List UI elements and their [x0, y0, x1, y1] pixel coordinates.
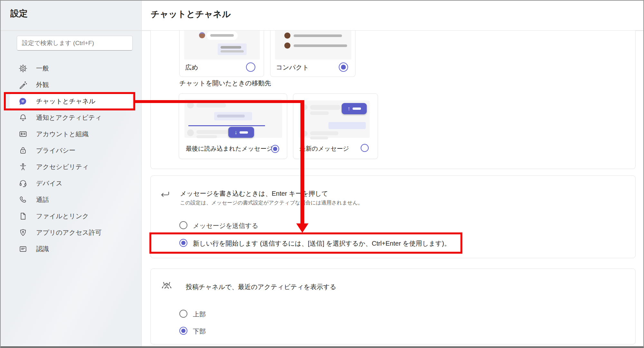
headset-icon — [18, 179, 27, 188]
accessibility-icon — [18, 163, 27, 172]
sidebar-item-app-permissions[interactable]: アプリのアクセス許可 — [10, 225, 132, 240]
sidebar-item-label: 通知とアクティビティ — [36, 113, 102, 122]
newest-label: 最新のメッセージ — [299, 145, 349, 153]
page-title: チャットとチャネル — [151, 8, 231, 20]
document-icon — [18, 212, 27, 221]
shield-icon — [18, 228, 27, 237]
sidebar-item-label: 通話 — [36, 195, 49, 204]
sidebar-item-label: 外観 — [36, 80, 49, 89]
new-line-label: 新しい行を開始します (送信するには、[送信] を選択するか、Ctrl+Ente… — [193, 239, 450, 248]
window-bottom-edge — [1, 346, 644, 348]
settings-search-input[interactable]: 設定で検索します (Ctrl+F) — [17, 36, 133, 51]
density-compact-label: コンパクト — [276, 63, 309, 72]
sidebar-item-notifications[interactable]: 通知とアクティビティ — [10, 110, 132, 125]
bottom-position-radio[interactable] — [179, 327, 187, 335]
top-position-label: 上部 — [193, 310, 206, 319]
sidebar-divider — [141, 1, 142, 348]
gear-icon — [18, 64, 27, 73]
sidebar-item-label: アクセシビリティ — [36, 163, 89, 171]
sidebar-item-accounts-orgs[interactable]: アカウントと組織 — [10, 127, 132, 141]
density-comfy-radio[interactable] — [246, 62, 255, 72]
sidebar-item-label: ファイルとリンク — [36, 212, 89, 221]
sidebar-item-label: 一般 — [36, 64, 49, 73]
enter-section-title: メッセージを書き込むときは、Enter キーを押して — [180, 189, 328, 198]
bell-icon — [18, 113, 27, 122]
sidebar-item-privacy[interactable]: プライバシー — [10, 143, 132, 158]
newest-radio[interactable] — [361, 144, 369, 152]
last-read-radio[interactable] — [271, 145, 279, 153]
density-comfy-preview — [184, 31, 260, 60]
bottom-position-label: 下部 — [193, 327, 206, 336]
sidebar-item-label: デバイス — [36, 179, 62, 188]
last-read-label: 最後に読み込まれたメッセージ — [186, 145, 273, 153]
return-key-icon — [160, 190, 170, 201]
sidebar-item-label: アカウントと組織 — [36, 130, 89, 138]
chat-open-target-label: チャットを開いたときの移動先 — [179, 79, 271, 88]
search-placeholder: 設定で検索します (Ctrl+F) — [17, 39, 94, 47]
send-message-label: メッセージを送信する — [193, 221, 258, 230]
density-card-comfy[interactable]: 広め — [179, 31, 264, 77]
density-card-compact[interactable]: コンパクト — [270, 31, 355, 77]
id-card-icon — [18, 130, 27, 139]
sidebar-item-appearance[interactable]: 外観 — [10, 78, 132, 92]
sidebar-item-files-links[interactable]: ファイルとリンク — [10, 209, 132, 223]
sidebar-item-label: アプリのアクセス許可 — [36, 228, 102, 237]
wand-icon — [18, 80, 27, 89]
note-icon — [18, 245, 27, 254]
new-line-radio[interactable] — [179, 239, 187, 247]
top-position-radio[interactable] — [179, 310, 187, 318]
send-message-radio[interactable] — [179, 221, 187, 229]
settings-sidebar: 設定 設定で検索します (Ctrl+F) 一般 外観 チャットとチャネル — [1, 1, 141, 348]
phone-icon — [18, 195, 27, 204]
sidebar-item-chat-channels[interactable]: チャットとチャネル — [10, 94, 132, 108]
sidebar-item-accessibility[interactable]: アクセシビリティ — [10, 160, 132, 174]
sidebar-item-label: チャットとチャネル — [36, 97, 95, 106]
density-compact-preview — [275, 31, 351, 60]
settings-title: 設定 — [10, 8, 28, 19]
scroll-down-button-graphic: ↓ — [228, 127, 254, 138]
down-arrow-icon: ↓ — [234, 130, 237, 135]
sidebar-item-general[interactable]: 一般 — [10, 61, 132, 76]
newest-preview: ↑ — [299, 100, 370, 138]
channel-section-title: 投稿チャネルで、最近のアクティビティを表示する — [186, 283, 336, 291]
lock-icon — [18, 146, 27, 155]
people-community-icon — [161, 281, 172, 293]
section-channel-activity — [150, 268, 636, 344]
open-target-card-last-read[interactable]: ↓ 最後に読み込まれたメッセージ — [179, 93, 287, 159]
jump-up-button-graphic: ↑ — [342, 103, 367, 114]
last-read-preview: ↓ — [185, 99, 282, 138]
teams-settings-window: 設定 設定で検索します (Ctrl+F) 一般 外観 チャットとチャネル — [0, 0, 644, 348]
sidebar-item-devices[interactable]: デバイス — [10, 176, 132, 191]
chat-icon — [18, 97, 27, 106]
sidebar-item-label: 認識 — [36, 245, 49, 253]
enter-section-subtitle: この設定は、メッセージの書式設定がアクティブな場合には適用されません。 — [180, 200, 363, 206]
up-arrow-icon: ↑ — [347, 106, 350, 111]
density-compact-radio[interactable] — [339, 62, 348, 72]
density-comfy-label: 広め — [185, 63, 198, 72]
open-target-card-newest[interactable]: ↑ 最新のメッセージ — [293, 93, 378, 159]
sidebar-item-calls[interactable]: 通話 — [10, 193, 132, 207]
sidebar-item-label: プライバシー — [36, 146, 75, 155]
sidebar-item-recognition[interactable]: 認識 — [10, 242, 132, 256]
